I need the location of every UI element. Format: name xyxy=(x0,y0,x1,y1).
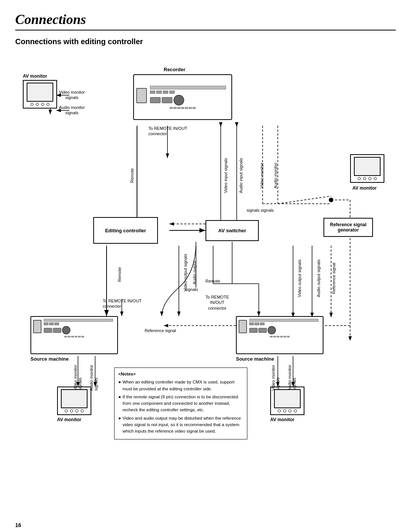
notes-title: <Notes> xyxy=(118,371,243,377)
av-switcher-label: AV switcher xyxy=(218,228,246,233)
video-input-signals-label: Video input signals xyxy=(223,158,228,193)
note-item-2: ● If the remote signal (9 pin) connectio… xyxy=(118,394,243,414)
note-item-3: ● Video and audio output may be disturbe… xyxy=(118,415,243,435)
to-remote-inout-bottom-center: To REMOTEIN/OUTconnector xyxy=(206,294,229,311)
reference-signal-right: Reference signal xyxy=(331,263,336,294)
to-remote-inout-top: To REMOTE IN/OUTconnector xyxy=(148,126,187,137)
av-monitor-top-right xyxy=(350,154,384,183)
note-item-1: ● When an editing controller made by CMX… xyxy=(118,379,243,392)
audio-monitor-signals-top: Audio monitorsignals xyxy=(59,105,85,116)
notes-box: <Notes> ● When an editing controller mad… xyxy=(114,367,247,439)
editing-controller-label: Editing controller xyxy=(105,228,146,233)
av-monitor-bottom-left-label: AV monitor xyxy=(57,417,81,423)
reference-signal-label: Reference signal generator xyxy=(324,222,372,233)
svg-point-20 xyxy=(329,198,333,202)
video-output-signals-left: Video output signals xyxy=(183,254,188,292)
av-monitor-top-right-label: AV monitor xyxy=(352,185,377,192)
page-number: 16 xyxy=(15,522,21,528)
av-monitor-top-left xyxy=(23,80,57,109)
section-title: Connections with editing controller xyxy=(15,37,396,46)
video-monitor-signals-tr: Video monitor xyxy=(260,163,264,189)
svg-line-19 xyxy=(278,196,331,204)
editing-controller-device: Editing controller xyxy=(93,217,158,244)
av-switcher-device: AV switcher xyxy=(206,220,259,241)
audio-output-signals-left: Audio output xyxy=(192,261,197,284)
audio-output-signals-left2: signals xyxy=(185,287,198,292)
source-machine-left-label: Source machine xyxy=(30,356,68,363)
audio-monitor-signals-tr: Audio monitor xyxy=(273,163,278,189)
remote-label-bottom-center: Remote xyxy=(206,278,220,284)
diagram: Recorder AV monitor Video monitorsignals… xyxy=(19,51,392,413)
av-monitor-top-left-label: AV monitor xyxy=(23,73,47,80)
source-machine-right-label: Source machine xyxy=(236,356,274,363)
av-monitor-bottom-right-label: AV monitor xyxy=(270,417,295,423)
audio-output-signals-right: Audio output signals xyxy=(316,259,321,297)
av-monitor-bottom-left xyxy=(57,387,91,415)
remote-label-bottom-left: Remote xyxy=(117,267,122,282)
recorder-device xyxy=(133,74,232,120)
signals-label-tr2: signals xyxy=(261,208,274,213)
source-machine-right xyxy=(236,316,323,354)
source-machine-left xyxy=(30,316,118,354)
page-title: Connections xyxy=(15,11,396,30)
remote-label-top: Remote xyxy=(130,168,134,183)
video-output-signals-right: Video output signals xyxy=(297,260,302,297)
audio-input-signals-label: Audio input signals xyxy=(239,158,243,193)
to-remote-inout-bottom-left: To REMOTE IN/OUTconnector xyxy=(103,298,142,309)
reference-signal-bottom-label: Reference signal xyxy=(145,328,176,333)
recorder-label: Recorder xyxy=(164,67,185,73)
av-monitor-bottom-right xyxy=(270,387,304,415)
signals-label-tr: signals xyxy=(247,208,260,213)
reference-signal-generator-device: Reference signal generator xyxy=(323,218,373,237)
video-monitor-signals-top: Video monitorsignals xyxy=(59,89,85,101)
